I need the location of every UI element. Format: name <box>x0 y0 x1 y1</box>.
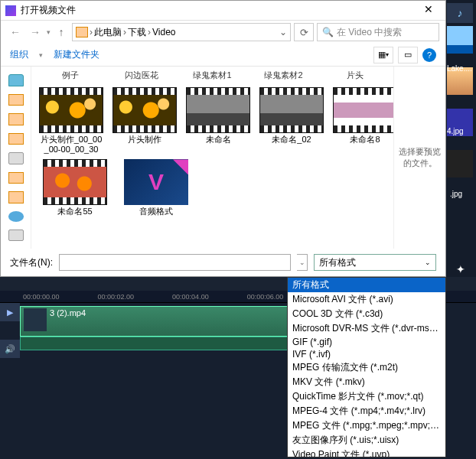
item-label: 片头制作 <box>128 135 161 145</box>
history-dropdown-icon[interactable]: ▾ <box>47 28 51 36</box>
item-label: 未命名8 <box>350 135 380 145</box>
dropdown-option[interactable]: QuickTime 影片文件 (*.mov;*.qt) <box>288 389 445 404</box>
preview-pane-button[interactable]: ▭ <box>398 47 418 63</box>
nav-bar: ← → ▾ ↑ › 此电脑 › 下载 › Video ⌄ ⟳ 🔍 在 Video… <box>1 21 445 44</box>
sidebar-folder[interactable] <box>8 94 24 106</box>
search-input[interactable]: 🔍 在 Video 中搜索 <box>317 23 439 41</box>
dialog-footer: 文件名(N): ⌄ 所有格式 ⌄ <box>1 249 445 276</box>
filename-label: 文件名(N): <box>10 256 53 269</box>
path-segment[interactable]: Video <box>152 27 175 37</box>
ruler-tick: 00:00:06.00 <box>247 293 284 301</box>
dropdown-option[interactable]: 友立图像序列 (*.uis;*.uisx) <box>288 433 445 448</box>
video-clip[interactable]: 3 (2).mp4 <box>20 306 311 337</box>
music-tab[interactable]: ♪ <box>447 3 473 23</box>
chevron-down-icon[interactable]: ⌄ <box>279 27 287 37</box>
dropdown-option[interactable]: MPEG 传输流文件 (*.m2t) <box>288 360 445 375</box>
forward-button[interactable]: → <box>27 24 44 41</box>
preview-hint: 选择要预览的文件。 <box>397 146 442 169</box>
titlebar: 打开视频文件 ✕ <box>1 1 445 21</box>
dropdown-option[interactable]: Microsoft AVI 文件 (*.avi) <box>288 292 445 307</box>
filename-input[interactable] <box>59 254 291 271</box>
sidebar-onedrive[interactable] <box>8 211 24 222</box>
item-label[interactable]: 绿鬼素材1 <box>181 70 243 81</box>
file-item[interactable]: 音频格式 <box>120 159 192 216</box>
new-folder-button[interactable]: 新建文件夹 <box>54 48 99 61</box>
close-button[interactable]: ✕ <box>416 3 441 18</box>
sidebar-this-pc[interactable] <box>8 152 24 164</box>
back-button[interactable]: ← <box>7 24 24 41</box>
organize-menu[interactable]: 组织 <box>10 48 28 61</box>
crosshair-icon[interactable]: ✦ <box>456 263 465 275</box>
ruler-tick: 00:00:04.00 <box>172 293 209 301</box>
clip-thumbnail <box>24 308 47 331</box>
filename-history-dropdown[interactable]: ⌄ <box>297 254 308 271</box>
thumb-label: Lake.... <box>447 64 472 73</box>
audio-track-header[interactable]: 🔊 <box>0 340 20 358</box>
dropdown-option[interactable]: MKV 文件 (*.mkv) <box>288 375 445 389</box>
file-item[interactable]: 未命名55 <box>39 159 111 216</box>
dropdown-option[interactable]: 所有格式 <box>288 278 445 292</box>
sidebar-folder[interactable] <box>8 133 24 145</box>
file-item[interactable]: 未命名_02 <box>259 87 324 155</box>
video-track-header[interactable]: ▶ <box>0 303 20 321</box>
item-label[interactable]: 绿鬼素材2 <box>253 70 315 81</box>
dropdown-option[interactable]: MPEG-4 文件 (*.mp4;*.m4v;*.lrv) <box>288 404 445 418</box>
library-thumb[interactable] <box>447 150 473 177</box>
path-segment[interactable]: 此电脑 <box>94 26 122 39</box>
dropdown-option[interactable]: MPEG 文件 (*.mpg;*.mpeg;*.mpv;*.m2p;...) <box>288 418 445 433</box>
window-title: 打开视频文件 <box>21 4 416 17</box>
item-label: 未命名_02 <box>272 135 311 145</box>
thumb-label: .jpg <box>450 190 462 198</box>
folder-icon <box>76 27 88 37</box>
open-file-dialog: 打开视频文件 ✕ ← → ▾ ↑ › 此电脑 › 下载 › Video ⌄ ⟳ … <box>0 0 446 277</box>
sidebar-folder[interactable] <box>8 172 24 184</box>
dropdown-option[interactable]: GIF (*.gif) <box>288 336 445 348</box>
file-type-selected: 所有格式 <box>319 256 356 269</box>
item-label: 未命名55 <box>57 207 92 216</box>
dropdown-option[interactable]: Video Paint 文件 (*.uvp) <box>288 448 445 457</box>
toolbar: 组织 ▾ 新建文件夹 ▦ ▾ ▭ ? <box>1 44 445 67</box>
app-icon <box>5 5 16 16</box>
chevron-down-icon: ⌄ <box>425 259 431 266</box>
dropdown-option[interactable]: COOL 3D 文件 (*.c3d) <box>288 307 445 321</box>
path-bar[interactable]: › 此电脑 › 下载 › Video ⌄ <box>72 23 291 41</box>
file-item[interactable]: 片头制作 <box>112 87 177 155</box>
audio-clip[interactable] <box>20 337 311 350</box>
item-label: 片头制作_00_00_00-00_00_30 <box>39 135 103 155</box>
item-label[interactable]: 例子 <box>39 70 101 81</box>
file-item[interactable]: 片头制作_00_00_00-00_00_30 <box>39 87 103 155</box>
help-button[interactable]: ? <box>422 48 436 62</box>
item-label[interactable]: 闪边医花 <box>110 70 172 81</box>
view-mode-button[interactable]: ▦ ▾ <box>373 47 393 63</box>
chevron-right-icon: › <box>90 27 93 37</box>
library-thumb[interactable] <box>447 26 473 54</box>
chevron-down-icon[interactable]: ▾ <box>39 51 43 59</box>
item-label[interactable]: 片头 <box>324 70 386 81</box>
search-icon: 🔍 <box>322 27 334 37</box>
chevron-right-icon: › <box>148 27 151 37</box>
file-grid: 例子 闪边医花 绿鬼素材1 绿鬼素材2 片头 片头制作_00_00_00-00_… <box>31 67 393 249</box>
sidebar-folder[interactable] <box>8 113 24 125</box>
dropdown-option[interactable]: Microsoft DVR-MS 文件 (*.dvr-ms;*.wtv) <box>288 321 445 336</box>
file-item[interactable]: 未命名 <box>186 87 250 155</box>
sidebar-quick-access[interactable] <box>8 74 24 86</box>
file-item[interactable]: 未命名8 <box>333 87 393 155</box>
thumb-label: 4.jpg <box>447 127 464 135</box>
up-button[interactable]: ↑ <box>54 24 69 40</box>
file-type-combo[interactable]: 所有格式 ⌄ <box>314 254 436 271</box>
search-placeholder: 在 Video 中搜索 <box>337 26 402 39</box>
nav-sidebar <box>1 67 31 249</box>
app-file-icon <box>124 159 188 205</box>
ruler-tick: 00:00:00.00 <box>23 293 60 301</box>
item-label: 未命名 <box>206 135 231 145</box>
partial-row: 例子 闪边医花 绿鬼素材1 绿鬼素材2 片头 <box>39 70 386 81</box>
dropdown-option[interactable]: IVF (*.ivf) <box>288 348 445 360</box>
ruler-tick: 00:00:02.00 <box>98 293 135 301</box>
sidebar-folder[interactable] <box>8 191 24 203</box>
file-type-dropdown-list: 所有格式 Microsoft AVI 文件 (*.avi) COOL 3D 文件… <box>287 277 446 457</box>
refresh-button[interactable]: ⟳ <box>294 23 314 41</box>
sidebar-network[interactable] <box>8 230 24 242</box>
item-label: 音频格式 <box>139 207 173 216</box>
path-segment[interactable]: 下载 <box>128 26 146 39</box>
preview-pane: 选择要预览的文件。 <box>393 67 445 249</box>
